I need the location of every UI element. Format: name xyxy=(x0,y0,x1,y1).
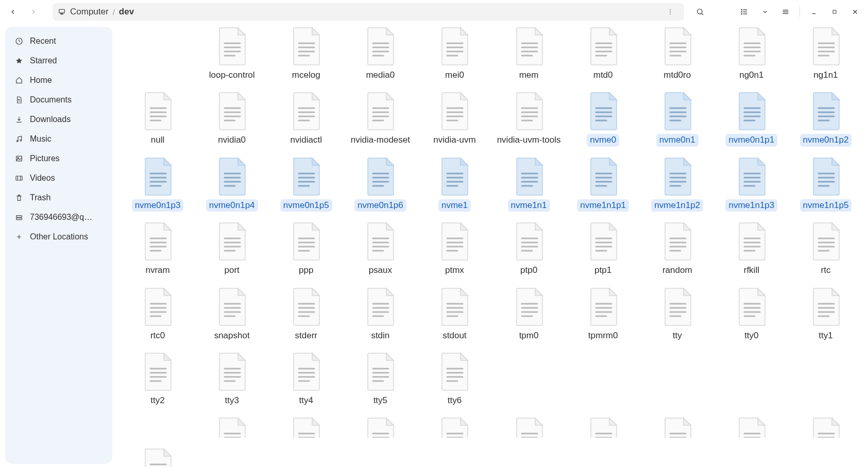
file-item[interactable]: nvram xyxy=(122,221,194,276)
sidebar-item-documents[interactable]: Documents xyxy=(8,91,109,109)
file-item[interactable]: random xyxy=(641,221,713,276)
file-item[interactable]: tty2 xyxy=(122,351,194,407)
file-item[interactable] xyxy=(641,416,713,438)
sidebar-item-trash[interactable]: Trash xyxy=(8,188,109,207)
file-item[interactable]: nvidia0 xyxy=(196,91,268,146)
file-item[interactable]: nvme1n1p1 xyxy=(567,156,639,212)
file-item[interactable]: port xyxy=(196,221,268,276)
file-item[interactable]: rtc0 xyxy=(122,286,194,342)
file-item[interactable]: mtd0 xyxy=(567,26,639,81)
forward-button[interactable] xyxy=(25,3,42,21)
file-item[interactable]: nvme1 xyxy=(418,156,490,212)
file-item[interactable]: psaux xyxy=(344,221,416,276)
file-item[interactable] xyxy=(418,416,490,438)
sidebar-item-736946693-q-[interactable]: 736946693@q… xyxy=(8,208,109,227)
file-item[interactable]: tty1 xyxy=(790,286,862,342)
file-item[interactable]: nvidia-modeset xyxy=(344,91,416,146)
file-item[interactable]: nvme1n1p3 xyxy=(716,156,788,212)
window-maximize-button[interactable] xyxy=(826,3,843,21)
file-item[interactable]: tpmrm0 xyxy=(567,286,639,342)
sidebar-item-home[interactable]: Home xyxy=(8,71,109,90)
file-item[interactable]: mem xyxy=(493,26,565,81)
file-item[interactable]: mei0 xyxy=(418,26,490,81)
file-item[interactable]: nvme1n1p2 xyxy=(641,156,713,212)
search-button[interactable] xyxy=(691,3,709,21)
file-item[interactable]: tpm0 xyxy=(493,286,565,342)
file-item[interactable]: mtd0ro xyxy=(641,26,713,81)
file-item[interactable]: tty xyxy=(641,286,713,342)
file-item[interactable]: ppp xyxy=(270,221,342,276)
file-label: port xyxy=(221,264,242,276)
path-menu-button[interactable] xyxy=(661,3,679,21)
sidebar-item-music[interactable]: Music xyxy=(8,130,109,148)
file-item[interactable]: nvme1n1p5 xyxy=(790,156,862,212)
window-minimize-button[interactable] xyxy=(805,3,823,21)
file-item[interactable]: loop-control xyxy=(196,26,268,81)
svg-rect-31 xyxy=(16,216,22,217)
file-item[interactable] xyxy=(270,416,342,438)
file-item[interactable]: tty3 xyxy=(196,351,268,407)
file-item[interactable]: nvidiactl xyxy=(270,91,342,146)
file-item[interactable]: nvme0 xyxy=(567,91,639,146)
file-item[interactable]: tty6 xyxy=(418,351,490,407)
file-label: null xyxy=(148,134,167,146)
text-file-icon xyxy=(215,27,248,66)
sidebar-item-starred[interactable]: Starred xyxy=(8,51,109,70)
file-item[interactable]: nvme0n1p6 xyxy=(344,156,416,212)
file-item[interactable]: stdin xyxy=(344,286,416,342)
sidebar-item-pictures[interactable]: Pictures xyxy=(8,149,109,168)
view-list-button[interactable] xyxy=(736,3,753,21)
file-item[interactable]: ptp1 xyxy=(567,221,639,276)
file-item[interactable] xyxy=(567,416,639,438)
file-item[interactable] xyxy=(196,416,268,438)
file-item[interactable]: nvme0n1p1 xyxy=(716,91,788,146)
file-item[interactable]: nvme0n1p5 xyxy=(270,156,342,212)
file-item[interactable]: tty4 xyxy=(270,351,342,407)
files-view[interactable]: loop-control mcelog media0 mei0 xyxy=(112,24,868,467)
file-item[interactable]: mcelog xyxy=(270,26,342,81)
file-label: ptp0 xyxy=(517,264,540,276)
file-item[interactable]: stdout xyxy=(418,286,490,342)
view-dropdown-button[interactable] xyxy=(756,3,774,21)
file-item[interactable]: nvme1n1 xyxy=(493,156,565,212)
file-item[interactable]: ng1n1 xyxy=(790,26,862,81)
file-item[interactable]: ptp0 xyxy=(493,221,565,276)
file-item[interactable]: tty0 xyxy=(716,286,788,342)
file-item[interactable]: nvidia-uvm-tools xyxy=(493,91,565,146)
hamburger-menu-button[interactable] xyxy=(777,3,794,21)
file-item[interactable]: nvidia-uvm xyxy=(418,91,490,146)
file-item[interactable]: media0 xyxy=(344,26,416,81)
text-file-icon xyxy=(290,417,322,438)
trash-icon xyxy=(14,194,24,202)
file-item[interactable] xyxy=(790,416,862,438)
file-item[interactable]: ptmx xyxy=(418,221,490,276)
file-item[interactable]: rfkill xyxy=(716,221,788,276)
file-item[interactable]: snapshot xyxy=(196,286,268,342)
sidebar-item-downloads[interactable]: Downloads xyxy=(8,110,109,129)
file-item[interactable]: ng0n1 xyxy=(716,26,788,81)
file-item[interactable]: stderr xyxy=(270,286,342,342)
file-item[interactable]: nvme0n1p3 xyxy=(122,156,194,212)
file-label: nvme0n1 xyxy=(656,134,699,146)
text-file-icon xyxy=(290,157,322,196)
breadcrumb-root[interactable]: Computer xyxy=(70,7,109,17)
file-item[interactable]: null xyxy=(122,91,194,146)
back-button[interactable] xyxy=(4,3,22,21)
pathbar[interactable]: Computer / dev xyxy=(53,3,684,21)
sidebar-item-videos[interactable]: Videos xyxy=(8,169,109,187)
file-item[interactable]: tty5 xyxy=(344,351,416,407)
sidebar-item-recent[interactable]: Recent xyxy=(8,32,109,50)
file-item[interactable] xyxy=(716,416,788,438)
file-label: media0 xyxy=(363,69,398,81)
file-item[interactable]: nvme0n1p2 xyxy=(790,91,862,146)
file-item[interactable]: nvme0n1p4 xyxy=(196,156,268,212)
window-close-button[interactable] xyxy=(846,3,864,21)
sidebar-item-other-locations[interactable]: Other Locations xyxy=(8,228,109,246)
file-item[interactable]: rtc xyxy=(790,221,862,276)
breadcrumb-segment[interactable]: dev xyxy=(119,7,134,17)
file-item[interactable] xyxy=(122,447,194,467)
file-item[interactable] xyxy=(493,416,565,438)
file-item[interactable] xyxy=(344,416,416,438)
file-item[interactable]: nvme0n1 xyxy=(641,91,713,146)
svg-point-4 xyxy=(670,13,671,14)
